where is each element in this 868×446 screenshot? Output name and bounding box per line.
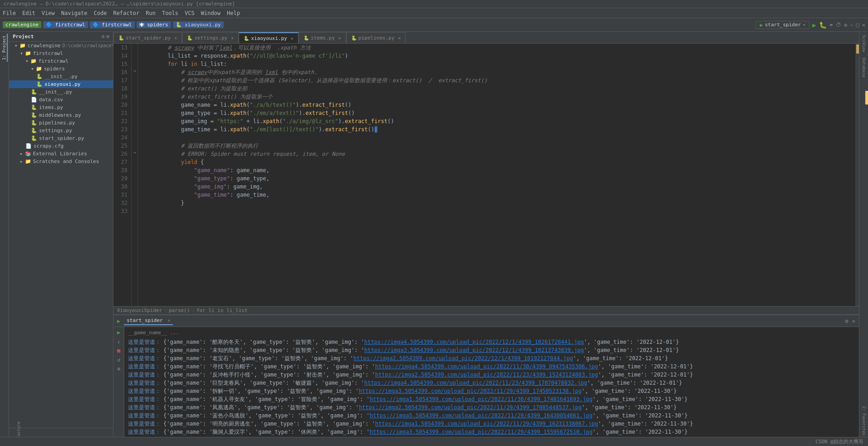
tab-settings[interactable]: 🐍 settings.py ✕ [182,32,239,43]
menu-refactor[interactable]: Refactor [113,10,139,16]
bc-item-3[interactable]: for li in li_list [196,307,248,313]
project-settings-icon[interactable]: ⚙ [102,34,105,40]
tab-close-xiaoyouxi[interactable]: ✕ [291,36,294,41]
debug-button-toolbar[interactable]: 🐛 [819,21,827,29]
menu-code[interactable]: Code [94,10,107,16]
editor-scrollbar[interactable] [855,44,859,306]
run-data-2: {'game_name': '未知的隐患', 'game_type': '益智类… [163,346,679,354]
project-panel: Project ⚙ ⊞ ▾ 📁 crawlengine D:\code\craw… [9,32,113,437]
run-data-7: {'game_name': '拆解一切', 'game_type': '益智类'… [163,387,677,395]
tab-close-settings[interactable]: ✕ [231,35,234,40]
run-line-4: 这里是管道： {'game_name': '寻找飞行员帽子', 'game_ty… [128,362,855,371]
run-stop-button[interactable]: ■ [115,347,123,354]
run-button-toolbar[interactable]: ▶ [812,21,816,29]
tree-settings-py[interactable]: 🐍 settings.py [9,127,113,134]
run-tab-close[interactable]: ✕ [167,318,170,323]
run-panel-close[interactable]: ✕ [852,318,855,324]
tree-start-spider-py[interactable]: 🐍 start_spider.py [9,134,113,142]
tab-pipelines[interactable]: 🐍 pipelines.py ✕ [346,32,406,43]
bc-sep-2: › [191,307,195,313]
more-actions-button[interactable]: ≡ [844,22,847,28]
menu-view[interactable]: View [42,10,55,16]
tree-spiders[interactable]: ▾ 📁 spiders [9,65,113,73]
tab-items[interactable]: 🐍 items.py ✕ [299,32,346,43]
menu-help[interactable]: Help [227,10,240,16]
tab-close-start-spider[interactable]: ✕ [174,35,177,40]
tree-label-firstcrawl-2: firstcrawl [39,58,69,64]
bc-item-2[interactable]: parse() [169,307,190,313]
tree-scratches[interactable]: ▸ 📁 Scratches and Consoles [9,158,113,165]
favorites-tab[interactable]: 2: Favorites [861,405,867,437]
spiders-chip[interactable]: 🕷 spiders [137,21,171,28]
tab-label-pipelines: pipelines.py [358,35,394,41]
project-tree: ▾ 📁 crawlengine D:\code\crawlspace\2022 … [9,42,113,428]
project-expand-icon[interactable]: ⊞ [106,34,109,40]
tree-external-libraries[interactable]: ▸ 📚 External Libraries [9,150,113,158]
project-chip[interactable]: crawlengine [3,21,41,28]
project-header-icons: ⚙ ⊞ [102,34,109,40]
database-tab[interactable]: Database [861,56,867,79]
maximize-button[interactable]: □ [856,22,859,28]
code-editor[interactable]: 13 14 15 16 17 18 19 20 21 22 23 24 25 2… [113,44,859,306]
close-window-button[interactable]: ✕ [862,22,865,28]
bc-item-1[interactable]: XiaoyouxiSpider [117,307,162,313]
run-data-6: {'game_name': '巨型龙卷风', 'game_type': '敏捷篇… [163,379,682,387]
run-config-selector[interactable]: ▶ start_spider ▾ [755,21,809,29]
tree-middlewares-py[interactable]: 🐍 middlewares.py [9,111,113,119]
tree-init-py-2[interactable]: 🐍 __init__.py [9,88,113,96]
tree-data-csv[interactable]: 📄 data.csv [9,96,113,104]
project-tab-vertical[interactable]: 1: Project [1,34,8,62]
profile-button[interactable]: ⏱ [836,22,841,28]
folder-icon-1: 📁 [25,50,31,56]
tree-scrapy-cfg[interactable]: 📄 scrapy.cfg [9,142,113,150]
tree-label-spiders: spiders [44,66,65,72]
xiaoyouxi-chip[interactable]: 🐍 xiaoyouxi.py [173,21,224,28]
bc-sep-1: › [164,307,167,313]
run-more-button[interactable]: ≡ [115,365,123,372]
run-data-4: {'game_name': '寻找飞行员帽子', 'game_type': '益… [163,362,693,371]
run-data-5: {'game_name': '反冲枪手打小怪', 'game_type': '射… [163,371,693,379]
tab-start-spider[interactable]: 🐍 start_spider.py ✕ [113,32,182,43]
minimize-button[interactable]: — [850,22,853,28]
run-label-5: 这里是管道： [128,371,161,379]
tree-init-py[interactable]: 🐍 __init__.py [9,73,113,80]
run-rerun-button[interactable]: ↺ [115,356,123,363]
sciview-tab[interactable]: SciView [861,34,867,54]
menu-edit[interactable]: Edit [22,10,35,16]
py-tab-icon-1: 🐍 [118,35,124,40]
menu-file[interactable]: File [3,10,16,16]
menu-vcs[interactable]: VCS [185,10,195,16]
run-tab[interactable]: start_spider ✕ [124,317,173,325]
run-play-button[interactable]: ▶ [115,329,123,336]
py-icon-8: 🐍 [31,135,37,141]
folder-icon-spiders: 📁 [36,66,42,72]
coverage-button[interactable]: ☂ [829,21,833,29]
py-tab-icon-4: 🐍 [304,35,309,40]
tree-pipelines-py[interactable]: 🐍 pipelines.py [9,119,113,127]
tab-label-settings: settings.py [194,35,227,41]
tree-crawlengine[interactable]: ▾ 📁 crawlengine D:\code\crawlspace\2022 [9,42,113,50]
menu-run[interactable]: Run [146,10,156,16]
tree-firstcrawl-1[interactable]: ▾ 📁 firstcrawl [9,50,113,57]
tab-close-pipelines[interactable]: ✕ [398,35,401,40]
code-content[interactable]: # scrapy 中封装了lxml，可以直接使用 .xpath 方法 li_li… [138,44,855,306]
run-line-2: 这里是管道： {'game_name': '未知的隐患', 'game_type… [128,346,855,354]
tab-xiaoyouxi[interactable]: 🐍 xiaoyouxi.py ✕ [239,32,299,43]
menu-window[interactable]: Window [201,10,221,16]
tree-label-xiaoyouxi: xiaoyouxi.py [44,81,80,87]
tree-firstcrawl-2[interactable]: ▾ 📁 firstcrawl [9,57,113,65]
firstcrawl-chip-2[interactable]: 🔷 firstcrawl [90,21,135,28]
right-panel-tabs: SciView Database 2: Favorites [859,32,868,437]
folder-icon-crawlengine: 📁 [20,43,26,49]
line-numbers: 13 14 15 16 17 18 19 20 21 22 23 24 25 2… [113,44,132,306]
tab-close-items[interactable]: ✕ [338,35,341,40]
run-scroll-down-button[interactable]: ↓ [115,338,123,345]
tree-xiaoyouxi[interactable]: 🐍 xiaoyouxi.py [9,80,113,88]
tree-items-py[interactable]: 🐍 items.py [9,104,113,111]
menu-tools[interactable]: Tools [162,10,178,16]
menu-navigate[interactable]: Navigate [61,10,88,16]
run-line-6: 这里是管道： {'game_name': '巨型龙卷风', 'game_type… [128,379,855,387]
firstcrawl-chip-1[interactable]: 🔷 firstcrawl [43,21,88,28]
run-settings-icon[interactable]: ⚙ [845,318,848,324]
structure-tab-label[interactable]: 2: Structure [12,421,21,437]
